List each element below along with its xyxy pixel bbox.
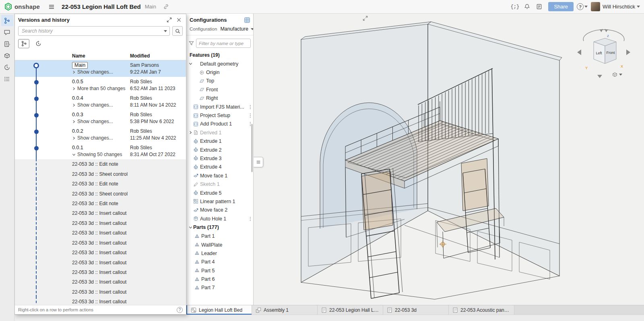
view-cube[interactable]: Left Front Z Y X <box>576 25 632 81</box>
feature-row[interactable]: Extrude 4 ⋮ <box>186 163 253 171</box>
configuration-dropdown[interactable]: Manufacture <box>220 26 254 32</box>
element-tab[interactable]: Legion Hall Loft Bed <box>186 305 252 315</box>
feature-list-icon[interactable] <box>1 73 13 84</box>
parts-section-header[interactable]: Parts (177) <box>186 223 253 232</box>
configured-features-table-icon[interactable] <box>244 17 250 23</box>
help-menu[interactable]: ? <box>577 3 588 10</box>
part-row[interactable]: Part 5 <box>186 266 253 275</box>
parts-cube-icon[interactable] <box>1 50 13 61</box>
feature-row[interactable]: Extrude 2 ⋮ <box>186 146 253 154</box>
part-row[interactable]: Part 7 <box>186 284 253 292</box>
history-change-row[interactable]: 22-053 3d :: Sheet control <box>15 189 186 198</box>
history-change-row[interactable]: 22-053 3d :: Insert callout <box>15 297 186 305</box>
history-change-row[interactable]: 22-053 3d :: Insert callout <box>15 248 186 257</box>
document-notes-icon[interactable] <box>1 38 13 49</box>
element-tab[interactable]: 22-053 3d <box>383 305 449 315</box>
part-row[interactable]: Part 6 <box>186 275 253 283</box>
feature-row[interactable]: Front ⋮ <box>186 85 253 94</box>
feature-row[interactable]: Derived 1 ⋮ <box>186 128 253 137</box>
history-search-input[interactable] <box>18 26 170 36</box>
feature-row[interactable]: Extrude 3 ⋮ <box>186 154 253 163</box>
version-graph-toggle[interactable] <box>18 39 29 48</box>
feature-list-scrollbar[interactable] <box>251 124 253 172</box>
panel-help-icon[interactable]: ? <box>177 307 183 313</box>
version-node[interactable] <box>34 97 39 101</box>
versions-history-icon[interactable] <box>1 15 13 26</box>
feature-row[interactable]: Default geometry ⋮ <box>186 60 253 68</box>
onshape-logo[interactable]: onshape <box>4 2 40 11</box>
history-change-row[interactable]: 22-053 3d :: Edit note <box>15 179 186 189</box>
feature-row[interactable]: Right ⋮ <box>186 94 253 103</box>
history-change-row[interactable]: 22-053 3d :: Edit note <box>15 159 186 169</box>
feature-row[interactable]: Auto Hole 1 ⋮ <box>186 214 253 223</box>
version-expander[interactable]: Showing 50 changes <box>72 151 130 158</box>
view-options-menu[interactable] <box>612 72 622 78</box>
element-tab[interactable]: 22-053 Legion Hall Loft... <box>318 305 383 315</box>
history-change-row[interactable]: 22-053 3d :: Insert callout <box>15 268 186 277</box>
expand-panel-icon[interactable] <box>165 16 173 24</box>
version-node[interactable] <box>34 146 39 150</box>
version-expander[interactable]: Show changes... <box>72 135 130 142</box>
version-row[interactable]: 0.0.3 Show changes... Rob Stiles 5:38 PM… <box>15 110 186 126</box>
part-row[interactable]: Leader <box>186 249 253 257</box>
version-node[interactable] <box>34 130 39 134</box>
feature-row[interactable]: Move face 1 ⋮ <box>186 171 253 180</box>
graphics-viewport[interactable]: Left Front Z Y X <box>254 14 644 305</box>
history-change-row[interactable]: 22-053 3d :: Insert callout <box>15 218 186 228</box>
version-node[interactable] <box>34 113 39 117</box>
filter-icon[interactable] <box>189 41 194 46</box>
version-row[interactable]: 0.0.1 Showing 50 changes Rob Stiles 8:31… <box>15 143 186 159</box>
feature-overflow-menu-icon[interactable]: ⋮ <box>248 104 253 110</box>
history-change-row[interactable]: 22-053 3d :: Insert callout <box>15 287 186 297</box>
main-menu-icon[interactable] <box>46 2 57 12</box>
avatar[interactable] <box>591 2 600 11</box>
feature-row[interactable]: Move face 2 ⋮ <box>186 206 253 214</box>
share-button[interactable]: Share <box>548 2 574 11</box>
feature-overflow-menu-icon[interactable]: ⋮ <box>248 113 253 118</box>
feature-row[interactable]: Origin ⋮ <box>186 68 253 76</box>
version-expander[interactable]: Show changes... <box>72 118 130 125</box>
version-expander[interactable]: Show changes... <box>72 102 130 109</box>
comments-icon[interactable] <box>1 27 13 38</box>
version-node[interactable] <box>34 80 39 84</box>
featurescript-icon[interactable]: {;} <box>510 2 520 12</box>
history-change-row[interactable]: 22-053 3d :: Insert callout <box>15 238 186 248</box>
part-row[interactable]: Part 1 <box>186 232 253 240</box>
version-expander[interactable]: More than 50 changes <box>72 85 130 92</box>
feature-row[interactable]: Sketch 1 ⋮ <box>186 180 253 188</box>
close-panel-icon[interactable] <box>175 16 183 24</box>
version-row[interactable]: 0.0.5 More than 50 changes Rob Stiles 6:… <box>15 77 186 93</box>
history-filter-toggle[interactable] <box>33 39 44 48</box>
feature-row[interactable]: Add Product 1 ⋮ <box>186 120 253 128</box>
feature-row[interactable]: Project Setup ⋮ <box>186 111 253 119</box>
feature-panel-handle[interactable] <box>254 157 263 167</box>
element-tab[interactable]: Assembly 1 <box>252 305 318 315</box>
feature-row[interactable]: Top ⋮ <box>186 77 253 85</box>
user-menu-caret-icon[interactable] <box>637 6 640 8</box>
activity-feed-icon[interactable] <box>534 2 544 12</box>
link-icon[interactable] <box>161 2 171 12</box>
element-tab[interactable]: 22-053 Acoustic panels <box>449 305 514 315</box>
history-change-row[interactable]: 22-053 3d :: Insert callout <box>15 277 186 287</box>
part-row[interactable]: WallPlate <box>186 241 253 249</box>
version-row[interactable]: 0.0.2 Show changes... Rob Stiles 11:25 A… <box>15 126 186 143</box>
search-button[interactable] <box>172 26 183 36</box>
feature-filter-input[interactable] <box>196 39 251 48</box>
history-change-row[interactable]: 22-053 3d :: Insert callout <box>15 257 186 267</box>
version-row[interactable]: Main Show changes... Sam Parsons 9:22 AM… <box>15 60 186 77</box>
version-node[interactable] <box>33 63 39 68</box>
feature-overflow-menu-icon[interactable]: ⋮ <box>248 216 253 222</box>
feature-row[interactable]: Import FJS Materi... ⋮ <box>186 103 253 111</box>
history-change-row[interactable]: 22-053 3d :: Insert callout <box>15 208 186 218</box>
search-dropdown-caret-icon[interactable] <box>164 30 167 32</box>
feature-row[interactable]: Extrude 1 ⋮ <box>186 137 253 146</box>
feature-row[interactable]: Linear pattern 1 ⋮ <box>186 197 253 206</box>
panel-collapse-icon[interactable] <box>361 14 369 22</box>
history-change-row[interactable]: 22-053 3d :: Sheet control <box>15 169 186 179</box>
history-clock-icon[interactable] <box>1 62 13 73</box>
version-row[interactable]: 0.0.4 Show changes... Rob Stiles 8:11 AM… <box>15 93 186 110</box>
history-change-row[interactable]: 22-053 3d :: Insert callout <box>15 228 186 238</box>
notifications-bell-icon[interactable] <box>522 2 532 12</box>
feature-row[interactable]: Extrude 5 ⋮ <box>186 189 253 197</box>
history-change-row[interactable]: 22-053 3d :: Edit note <box>15 199 186 208</box>
